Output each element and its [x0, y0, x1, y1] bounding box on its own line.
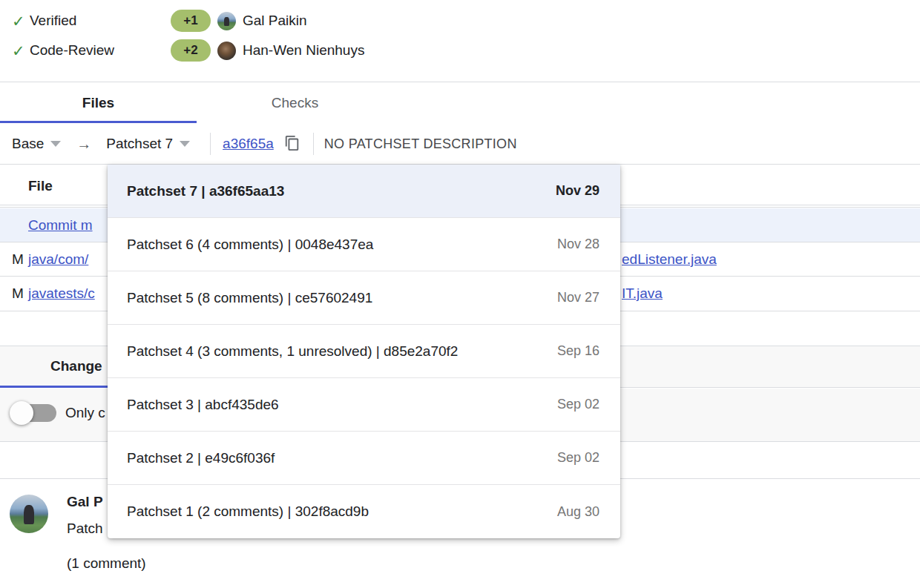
avatar[interactable]: [217, 12, 236, 30]
patchset-option[interactable]: Patchset 2 | e49c6f036f Sep 02: [108, 432, 620, 485]
comment-count: (1 comment): [67, 555, 146, 572]
label-row-verified: ✓ Verified +1 Gal Paikin: [0, 6, 920, 36]
active-tab-underline: [0, 121, 197, 123]
patchset-description: NO PATCHSET DESCRIPTION: [324, 136, 517, 152]
patchset-option-label: Patchset 7 | a36f65aa13: [127, 183, 284, 199]
commit-message-link[interactable]: Commit m: [28, 217, 93, 234]
reviewer-name[interactable]: Han-Wen Nienhuys: [243, 42, 364, 59]
comment-author[interactable]: Gal P: [67, 494, 103, 510]
only-comments-toggle[interactable]: [10, 401, 57, 425]
patchset-option[interactable]: Patchset 3 | abcf435de6 Sep 02: [108, 378, 620, 432]
patchset-option[interactable]: Patchset 4 (3 comments, 1 unresolved) | …: [108, 325, 620, 378]
toggle-label: Only c: [65, 405, 105, 421]
tab-change-log[interactable]: Change: [50, 346, 102, 386]
file-status: M: [12, 285, 28, 302]
patchset-selector[interactable]: Patchset 7: [106, 136, 173, 152]
avatar[interactable]: [10, 495, 48, 533]
patchset-option-date: Sep 02: [557, 397, 599, 412]
patchset-option-label: Patchset 4 (3 comments, 1 unresolved) | …: [127, 343, 458, 360]
vote-badge[interactable]: +2: [171, 39, 211, 62]
patchset-option-date: Sep 02: [557, 450, 599, 466]
avatar[interactable]: [217, 42, 236, 60]
file-status: M: [12, 251, 28, 268]
patchset-option-label: Patchset 2 | e49c6f036f: [127, 450, 275, 466]
vertical-divider: [313, 133, 314, 155]
comment-message: Patch: [67, 521, 103, 537]
patchset-option[interactable]: Patchset 1 (2 comments) | 302f8acd9b Aug…: [108, 485, 620, 538]
chevron-down-icon[interactable]: [50, 141, 61, 147]
file-link-tail[interactable]: IT.java: [622, 285, 663, 302]
patchset-option-label: Patchset 5 (8 comments) | ce57602491: [127, 290, 372, 306]
label-row-code-review: ✓ Code-Review +2 Han-Wen Nienhuys: [0, 36, 920, 65]
file-section-tabs: Files Checks: [0, 82, 920, 123]
patchset-option-date: Nov 27: [557, 290, 599, 305]
tab-checks[interactable]: Checks: [197, 82, 393, 123]
chevron-down-icon[interactable]: [180, 141, 190, 147]
gerrit-change-page: ✓ Verified +1 Gal Paikin ✓ Code-Review +…: [0, 0, 920, 588]
check-icon: ✓: [12, 43, 30, 59]
labels-section: ✓ Verified +1 Gal Paikin ✓ Code-Review +…: [0, 6, 920, 65]
file-link-tail[interactable]: edListener.java: [622, 251, 717, 268]
file-column-header: File: [28, 178, 53, 194]
patchset-option-label: Patchset 3 | abcf435de6: [127, 397, 279, 413]
patchset-option-date: Nov 29: [556, 183, 599, 199]
tab-files[interactable]: Files: [0, 82, 197, 123]
patchset-option-label: Patchset 1 (2 comments) | 302f8acd9b: [127, 503, 369, 520]
label-name: Verified: [30, 13, 171, 29]
patchset-option-label: Patchset 6 (4 comments) | 0048e437ea: [127, 237, 373, 253]
vote-badge[interactable]: +1: [171, 10, 211, 32]
file-link[interactable]: javatests/c: [28, 285, 95, 302]
file-link[interactable]: java/com/: [28, 251, 88, 268]
vertical-divider: [210, 133, 211, 155]
patchset-dropdown: Patchset 7 | a36f65aa13 Nov 29 Patchset …: [108, 165, 620, 538]
toggle-knob[interactable]: [10, 401, 33, 425]
commit-sha-link[interactable]: a36f65a: [223, 136, 274, 152]
patchset-option-date: Sep 16: [557, 343, 599, 359]
patchset-option-date: Nov 28: [557, 237, 599, 252]
base-selector[interactable]: Base: [12, 136, 44, 152]
patchset-option[interactable]: Patchset 6 (4 comments) | 0048e437ea Nov…: [108, 218, 620, 271]
copy-icon[interactable]: [283, 135, 301, 153]
check-icon: ✓: [12, 13, 30, 29]
patchset-option-date: Aug 30: [557, 504, 599, 520]
patchset-option[interactable]: Patchset 7 | a36f65aa13 Nov 29: [108, 165, 620, 218]
patchset-option[interactable]: Patchset 5 (8 comments) | ce57602491 Nov…: [108, 271, 620, 325]
arrow-right-icon: →: [76, 136, 91, 153]
label-name: Code-Review: [30, 42, 171, 59]
patchset-bar: Base → Patchset 7 a36f65a NO PATCHSET DE…: [0, 124, 920, 165]
reviewer-name[interactable]: Gal Paikin: [243, 13, 307, 29]
